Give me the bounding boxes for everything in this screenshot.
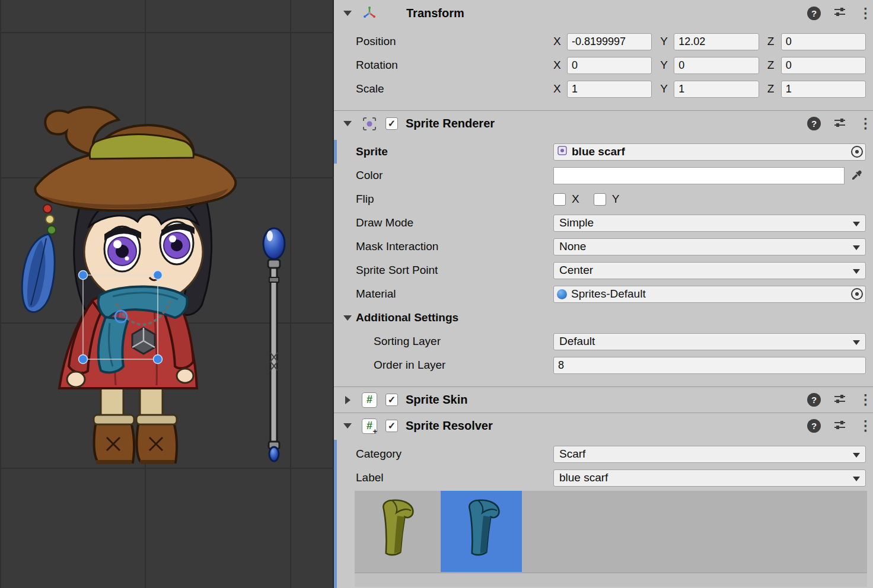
- thumbnail-green-scarf[interactable]: [355, 491, 436, 572]
- component-title: Sprite Skin: [406, 393, 467, 407]
- mask-interaction-dropdown[interactable]: None: [553, 238, 866, 255]
- help-icon[interactable]: [807, 419, 821, 433]
- category-row: Category Scarf: [334, 442, 873, 466]
- flip-y-label: Y: [612, 193, 620, 206]
- position-x-field[interactable]: [567, 33, 652, 50]
- label-label: Label: [356, 471, 553, 484]
- unity-editor: Transform Position: [0, 0, 873, 588]
- help-icon[interactable]: [807, 7, 821, 20]
- label-row: Label blue scarf: [334, 466, 873, 490]
- scene-view[interactable]: [0, 0, 334, 588]
- axis-z-label: Z: [767, 35, 781, 48]
- position-label: Position: [356, 35, 553, 48]
- corner-handle[interactable]: [79, 355, 88, 364]
- sorting-layer-value: Default: [559, 335, 595, 348]
- presets-icon[interactable]: [833, 5, 846, 21]
- thumbnail-scrollbar[interactable]: [355, 573, 867, 587]
- mask-interaction-value: None: [559, 240, 586, 253]
- additional-settings-row[interactable]: Additional Settings: [334, 306, 873, 330]
- object-picker-icon[interactable]: [851, 146, 863, 158]
- scale-y-field[interactable]: [674, 81, 759, 98]
- material-object-name: Sprites-Default: [571, 287, 646, 301]
- presets-icon[interactable]: [833, 418, 846, 434]
- rotation-y-field[interactable]: [674, 57, 759, 74]
- staff-sprite[interactable]: [263, 228, 285, 461]
- color-row: Color: [334, 164, 873, 187]
- component-title: Sprite Resolver: [406, 419, 493, 433]
- draw-mode-dropdown[interactable]: Simple: [553, 215, 866, 232]
- corner-handle[interactable]: [79, 271, 88, 280]
- axis-x-label: X: [553, 35, 567, 48]
- draw-mode-row: Draw Mode Simple: [334, 211, 873, 235]
- sprite-renderer-component: Sprite Renderer Sprite: [334, 110, 873, 386]
- component-title: Transform: [406, 7, 464, 20]
- inspector-panel: Transform Position: [334, 0, 873, 588]
- presets-icon[interactable]: [833, 116, 846, 132]
- character-sprite[interactable]: [22, 107, 235, 464]
- axis-y-label: Y: [660, 59, 674, 72]
- flip-x-checkbox[interactable]: [553, 193, 566, 206]
- sprite-resolver-component: Sprite Resolver Category: [334, 413, 873, 587]
- context-menu-icon[interactable]: [859, 5, 865, 21]
- sprite-resolver-icon: [362, 418, 377, 434]
- rotation-row: Rotation X Y Z: [334, 53, 873, 77]
- category-label: Category: [356, 448, 553, 461]
- sprite-sort-point-dropdown[interactable]: Center: [553, 262, 866, 279]
- foldout-open-icon[interactable]: [342, 121, 353, 126]
- sorting-layer-dropdown[interactable]: Default: [553, 333, 866, 350]
- presets-icon[interactable]: [833, 392, 846, 408]
- foldout-open-icon[interactable]: [342, 423, 353, 429]
- help-icon[interactable]: [807, 393, 821, 407]
- hat-beads: [22, 204, 56, 312]
- position-y-field[interactable]: [674, 33, 759, 50]
- sprite-resolver-header[interactable]: Sprite Resolver: [334, 413, 873, 439]
- axis-z-label: Z: [767, 59, 781, 72]
- rotation-x-field[interactable]: [567, 57, 652, 74]
- context-menu-icon[interactable]: [859, 418, 865, 434]
- sprite-skin-header[interactable]: Sprite Skin: [334, 386, 873, 413]
- help-icon[interactable]: [807, 117, 821, 130]
- order-in-layer-field[interactable]: [553, 357, 866, 374]
- category-dropdown[interactable]: Scarf: [553, 446, 866, 463]
- rotation-z-field[interactable]: [781, 57, 866, 74]
- scale-row: Scale X Y Z: [334, 77, 873, 101]
- scale-x-field[interactable]: [567, 81, 652, 98]
- component-enabled-checkbox[interactable]: [385, 394, 398, 406]
- material-object-field[interactable]: Sprites-Default: [553, 286, 866, 303]
- transform-header[interactable]: Transform: [334, 0, 873, 26]
- sprite-object-name: blue scarf: [572, 145, 625, 158]
- sprite-sort-point-label: Sprite Sort Point: [356, 264, 553, 277]
- position-z-field[interactable]: [781, 33, 866, 50]
- sprite-field-icon: [557, 145, 568, 159]
- foldout-open-icon[interactable]: [342, 11, 353, 16]
- axis-x-label: X: [553, 82, 567, 95]
- label-dropdown[interactable]: blue scarf: [553, 469, 866, 487]
- context-menu-icon[interactable]: [859, 116, 865, 132]
- context-menu-icon[interactable]: [859, 392, 865, 408]
- mask-interaction-row: Mask Interaction None: [334, 235, 873, 258]
- draw-mode-value: Simple: [559, 216, 594, 229]
- pivot-handle[interactable]: [115, 311, 127, 322]
- object-picker-icon[interactable]: [851, 288, 863, 300]
- foldout-closed-icon[interactable]: [342, 396, 353, 404]
- transform-icon: [362, 5, 377, 21]
- corner-handle[interactable]: [154, 355, 163, 364]
- sprite-renderer-header[interactable]: Sprite Renderer: [334, 110, 873, 136]
- component-enabled-checkbox[interactable]: [385, 117, 398, 130]
- component-enabled-checkbox[interactable]: [385, 420, 398, 432]
- order-in-layer-label: Order in Layer: [356, 359, 553, 372]
- scene-view-canvas[interactable]: [0, 0, 334, 588]
- axis-y-label: Y: [660, 35, 674, 48]
- transform-component: Transform Position: [334, 0, 873, 110]
- eyedropper-icon[interactable]: [847, 168, 866, 184]
- foldout-open-icon[interactable]: [342, 315, 353, 321]
- mask-interaction-label: Mask Interaction: [356, 240, 553, 253]
- draw-mode-label: Draw Mode: [356, 216, 553, 229]
- material-icon: [557, 289, 567, 299]
- color-swatch[interactable]: [553, 167, 845, 184]
- thumbnail-blue-scarf[interactable]: [441, 491, 522, 572]
- scale-z-field[interactable]: [781, 81, 866, 98]
- flip-y-checkbox[interactable]: [594, 193, 606, 206]
- corner-handle[interactable]: [154, 271, 163, 280]
- sprite-object-field[interactable]: blue scarf: [553, 143, 866, 161]
